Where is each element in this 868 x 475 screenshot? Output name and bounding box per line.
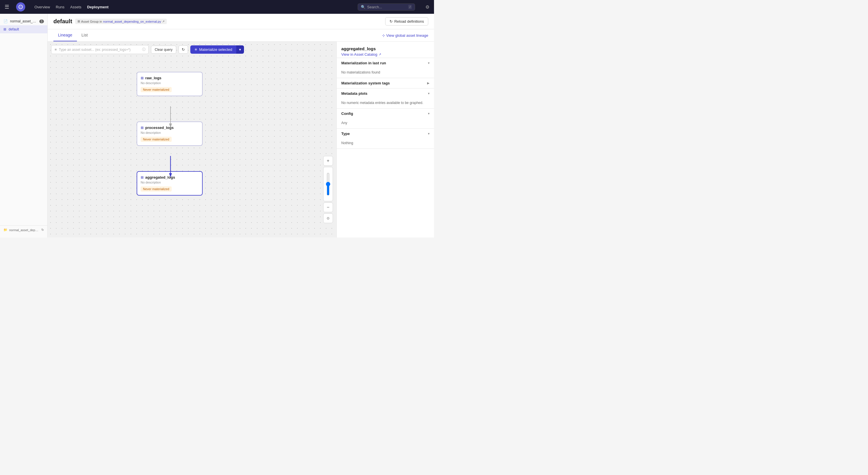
view-in-asset-catalog-link[interactable]: View in Asset Catalog ↗ — [341, 52, 429, 57]
section-header-mat-system-tags[interactable]: Materialization system tags ▶ — [337, 78, 434, 88]
table-icon-processed: ⊞ — [141, 126, 144, 130]
node-title-raw-logs: ⊞ raw_logs — [141, 76, 198, 80]
nav-links: Overview Runs Assets Deployment — [34, 5, 108, 9]
asset-group-tag: ⊞ Asset Group in normal_asset_depending_… — [75, 19, 167, 24]
nav-deployment[interactable]: Deployment — [87, 5, 108, 9]
sidebar-item-default[interactable]: ⊞ default — [0, 25, 48, 33]
chevron-down-config: ▾ — [428, 112, 429, 115]
view-lineage-label: View global asset lineage — [386, 33, 428, 38]
section-config: Config ▾ Any — [337, 109, 434, 129]
search-bar[interactable]: 🔍 Search... / — [358, 3, 415, 11]
file-icon: 📄 — [3, 19, 8, 23]
panel-asset-title: aggregated_logs — [341, 46, 429, 51]
nav-runs[interactable]: Runs — [56, 5, 64, 9]
node-raw-logs[interactable]: ⊞ raw_logs No description Never material… — [136, 72, 203, 96]
reload-definitions-button[interactable]: ↻ Reload definitions — [385, 17, 428, 26]
fit-view-button[interactable]: ⊙ — [323, 213, 333, 223]
sidebar-default-label: default — [9, 27, 19, 31]
section-header-metadata-plots[interactable]: Metadata plots ▾ — [337, 88, 434, 98]
section-metadata-plots: Metadata plots ▾ No numeric metadata ent… — [337, 88, 434, 109]
section-header-mat-last-run[interactable]: Materialization in last run ▾ — [337, 58, 434, 68]
search-placeholder: Search... — [367, 5, 382, 9]
table-icon: ⊞ — [78, 20, 80, 23]
mat-last-run-text: No materializations found — [341, 70, 380, 75]
tab-list[interactable]: List — [77, 29, 92, 41]
node-status-raw-logs: Never materialized — [141, 87, 172, 92]
zoom-slider[interactable] — [325, 173, 331, 196]
chevron-right-mat-system-tags: ▶ — [427, 82, 429, 85]
materialize-label: Materialize selected — [199, 48, 232, 52]
node-status-aggregated-logs: Never materialized — [141, 186, 172, 191]
logo — [16, 2, 25, 11]
canvas-area[interactable]: ✳ Type an asset subset... (ex: processed… — [48, 42, 336, 237]
settings-icon[interactable]: ⚙ — [425, 4, 429, 10]
view-global-lineage-button[interactable]: ⊹ View global asset lineage — [382, 33, 428, 38]
section-mat-system-tags: Materialization system tags ▶ — [337, 78, 434, 88]
search-shortcut: / — [408, 5, 412, 9]
sidebar-bottom-label: normal_asset_depending_on_extern... — [9, 228, 40, 232]
right-panel: aggregated_logs View in Asset Catalog ↗ … — [336, 42, 434, 237]
external-link-icon2: ↗ — [379, 53, 381, 56]
section-label-mat-last-run: Materialization in last run — [341, 61, 386, 65]
panel-link-label: View in Asset Catalog — [341, 52, 377, 57]
clear-query-button[interactable]: Clear query — [151, 46, 176, 54]
svg-marker-4 — [169, 173, 172, 177]
section-content-config: Any — [337, 119, 434, 128]
panel-header: aggregated_logs View in Asset Catalog ↗ — [337, 42, 434, 58]
reload-icon: ↻ — [390, 19, 393, 24]
materialize-icon: ✳ — [194, 48, 197, 52]
zoom-slider-container — [323, 167, 333, 201]
nav-assets[interactable]: Assets — [70, 5, 82, 9]
info-icon: ⓘ — [142, 47, 146, 52]
asset-subset-input[interactable]: ✳ Type an asset subset... (ex: processed… — [51, 45, 149, 54]
zoom-in-button[interactable]: + — [323, 156, 333, 166]
metadata-plots-text: No numeric metadata entries available to… — [341, 101, 423, 105]
hamburger-menu[interactable]: ☰ — [5, 4, 9, 10]
filter-placeholder: Type an asset subset... (ex: processed_l… — [59, 48, 131, 52]
section-content-metadata-plots: No numeric metadata entries available to… — [337, 98, 434, 108]
node-desc-raw-logs: No description — [141, 81, 198, 85]
sidebar-item-file[interactable]: 📄 normal_asset_de...._on_external.py 1 — [0, 17, 48, 25]
main-layout: 📄 normal_asset_de...._on_external.py 1 ⊞… — [0, 14, 434, 237]
grid-icon: ⊞ — [3, 27, 6, 31]
section-label-mat-system-tags: Materialization system tags — [341, 81, 390, 85]
zoom-out-button[interactable]: − — [323, 203, 333, 212]
filter-bar: ✳ Type an asset subset... (ex: processed… — [51, 45, 333, 54]
main-content: default ⊞ Asset Group in normal_asset_de… — [48, 14, 434, 237]
table-icon-raw: ⊞ — [141, 76, 144, 80]
tabs-row: Lineage List ⊹ View global asset lineage — [48, 29, 434, 42]
node-desc-aggregated-logs: No description — [141, 181, 198, 184]
arrow-raw-to-processed — [167, 106, 174, 129]
zoom-controls: + − ⊙ — [323, 156, 333, 223]
sidebar-file-label: normal_asset_de...._on_external.py — [10, 19, 37, 23]
refresh-circle-icon: ↻ — [182, 48, 185, 52]
section-type: Type ▾ Nothing — [337, 129, 434, 149]
section-header-type[interactable]: Type ▾ — [337, 129, 434, 139]
asset-group-link[interactable]: normal_asset_depending_on_external.py — [103, 20, 161, 23]
chevron-down-metadata-plots: ▾ — [428, 92, 429, 95]
refresh-button[interactable]: ↻ — [179, 46, 188, 54]
materialize-group: ✳ Materialize selected ▾ — [190, 46, 244, 54]
tab-lineage[interactable]: Lineage — [53, 29, 77, 41]
sidebar-badge: 1 — [39, 20, 44, 23]
page-title: default — [53, 18, 72, 25]
top-navigation: ☰ Overview Runs Assets Deployment 🔍 Sear… — [0, 0, 434, 14]
node-desc-processed-logs: No description — [141, 131, 198, 135]
node-status-processed-logs: Never materialized — [141, 137, 172, 142]
section-content-mat-last-run: No materializations found — [337, 68, 434, 78]
nav-overview[interactable]: Overview — [34, 5, 50, 9]
content-header: default ⊞ Asset Group in normal_asset_de… — [48, 14, 434, 29]
config-text: Any — [341, 121, 347, 125]
sidebar: 📄 normal_asset_de...._on_external.py 1 ⊞… — [0, 14, 48, 237]
arrow-processed-to-aggregated — [167, 156, 174, 179]
type-text: Nothing — [341, 141, 353, 145]
materialize-selected-button[interactable]: ✳ Materialize selected — [190, 46, 236, 54]
content-body: ✳ Type an asset subset... (ex: processed… — [48, 42, 434, 237]
refresh-icon: ↻ — [41, 228, 44, 232]
section-content-type: Nothing — [337, 139, 434, 148]
materialize-dropdown-button[interactable]: ▾ — [236, 46, 244, 54]
sidebar-bottom-item[interactable]: 📁 normal_asset_depending_on_extern... ↻ — [0, 226, 48, 234]
folder-icon: 📁 — [3, 228, 7, 232]
section-header-config[interactable]: Config ▾ — [337, 109, 434, 119]
external-link-icon: ↗ — [162, 20, 164, 23]
